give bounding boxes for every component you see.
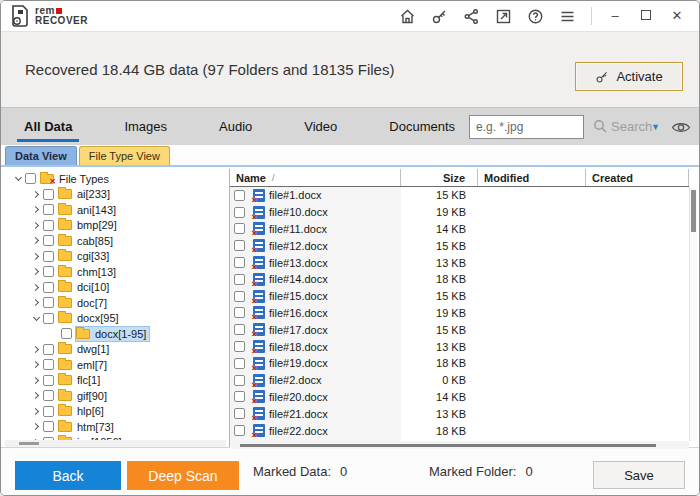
- home-icon[interactable]: [399, 8, 416, 25]
- chevron-icon[interactable]: [29, 267, 43, 277]
- file-checkbox[interactable]: [234, 375, 245, 386]
- tree-item-checkbox[interactable]: [43, 235, 54, 246]
- file-checkbox[interactable]: [234, 190, 245, 201]
- chevron-icon[interactable]: [29, 406, 43, 416]
- file-row[interactable]: file#18.docx 13 KB: [230, 338, 689, 355]
- search-button[interactable]: Search: [593, 108, 652, 145]
- file-row[interactable]: file#14.docx 18 KB: [230, 271, 689, 288]
- file-row[interactable]: file#19.docx 18 KB: [230, 355, 689, 372]
- file-checkbox[interactable]: [234, 291, 245, 302]
- tree-item[interactable]: ✕ cgi[33]: [3, 249, 229, 265]
- chevron-icon[interactable]: [11, 174, 25, 184]
- file-checkbox[interactable]: [234, 324, 245, 335]
- chevron-icon[interactable]: [29, 422, 43, 432]
- file-checkbox[interactable]: [234, 223, 245, 234]
- file-row[interactable]: file#21.docx 13 KB: [230, 405, 689, 422]
- table-vscroll-thumb[interactable]: [691, 190, 696, 232]
- chevron-icon[interactable]: [29, 344, 43, 354]
- chevron-icon[interactable]: [29, 205, 43, 215]
- chevron-icon[interactable]: [29, 360, 43, 370]
- tree-item-checkbox[interactable]: [43, 189, 54, 200]
- tree-item-checkbox[interactable]: [25, 173, 36, 184]
- chevron-icon[interactable]: [29, 189, 43, 199]
- file-checkbox[interactable]: [234, 307, 245, 318]
- column-header[interactable]: Modified: [478, 169, 586, 186]
- tree-item-checkbox[interactable]: [43, 375, 54, 386]
- file-row[interactable]: file#13.docx 13 KB: [230, 254, 689, 271]
- maximize-button[interactable]: [638, 8, 654, 24]
- chevron-icon[interactable]: [29, 220, 43, 230]
- tree-item[interactable]: ✕ bmp[29]: [3, 218, 229, 234]
- tree-item-checkbox[interactable]: [43, 266, 54, 277]
- file-row[interactable]: file#15.docx 15 KB: [230, 288, 689, 305]
- tree-item-checkbox[interactable]: [43, 220, 54, 231]
- tree-item-checkbox[interactable]: [43, 313, 54, 324]
- table-vertical-scrollbar[interactable]: [689, 187, 697, 441]
- column-header[interactable]: Size: [401, 169, 478, 186]
- minimize-button[interactable]: –: [607, 8, 623, 24]
- file-checkbox[interactable]: [234, 391, 245, 402]
- file-row[interactable]: file#12.docx 15 KB: [230, 237, 689, 254]
- open-external-icon[interactable]: [495, 8, 512, 25]
- tree-item-checkbox[interactable]: [43, 344, 54, 355]
- search-options-dropdown-icon[interactable]: ▼: [651, 122, 660, 132]
- file-row[interactable]: file#22.docx 18 KB: [230, 422, 689, 439]
- activate-button[interactable]: Activate: [575, 62, 683, 91]
- tree-item-checkbox[interactable]: [43, 251, 54, 262]
- file-checkbox[interactable]: [234, 274, 245, 285]
- tree-item-checkbox[interactable]: [43, 359, 54, 370]
- tree-item[interactable]: ✕ cab[85]: [3, 233, 229, 249]
- chevron-icon[interactable]: [29, 282, 43, 292]
- column-header[interactable]: Created: [586, 169, 689, 186]
- file-row[interactable]: file#2.docx 0 KB: [230, 372, 689, 389]
- preview-eye-icon[interactable]: [671, 120, 691, 138]
- category-tab[interactable]: Audio: [216, 108, 255, 145]
- file-row[interactable]: file#1.docx 15 KB: [230, 187, 689, 204]
- category-tab[interactable]: All Data: [21, 108, 75, 145]
- tree-item[interactable]: ✕ gif[90]: [3, 388, 229, 404]
- tree-item[interactable]: ✕ chm[13]: [3, 264, 229, 280]
- file-row[interactable]: file#17.docx 15 KB: [230, 321, 689, 338]
- tree-item-checkbox[interactable]: [61, 328, 72, 339]
- tree-item[interactable]: ✕ htm[73]: [3, 419, 229, 435]
- key-icon[interactable]: [431, 8, 448, 25]
- chevron-icon[interactable]: [29, 313, 43, 323]
- tree-item-checkbox[interactable]: [43, 390, 54, 401]
- tab-file-type-view[interactable]: File Type View: [79, 146, 170, 165]
- back-button[interactable]: Back: [15, 461, 121, 490]
- file-checkbox[interactable]: [234, 358, 245, 369]
- chevron-icon[interactable]: [47, 329, 61, 339]
- menu-icon[interactable]: [559, 8, 576, 25]
- help-icon[interactable]: [527, 8, 544, 25]
- share-icon[interactable]: [463, 8, 480, 25]
- category-tab[interactable]: Documents: [386, 108, 458, 145]
- tree-item[interactable]: ✕ docx[95]: [3, 311, 229, 327]
- file-row[interactable]: file#11.docx 14 KB: [230, 221, 689, 238]
- search-input[interactable]: [470, 116, 583, 138]
- category-tab[interactable]: Video: [301, 108, 340, 145]
- chevron-icon[interactable]: [29, 251, 43, 261]
- file-checkbox[interactable]: [234, 257, 245, 268]
- tree-item[interactable]: ✕ doc[7]: [3, 295, 229, 311]
- file-checkbox[interactable]: [234, 341, 245, 352]
- table-hscroll-thumb[interactable]: [240, 444, 656, 447]
- chevron-icon[interactable]: [29, 375, 43, 385]
- tree-item-checkbox[interactable]: [43, 282, 54, 293]
- deep-scan-button[interactable]: Deep Scan: [127, 461, 239, 490]
- file-row[interactable]: file#16.docx 19 KB: [230, 305, 689, 322]
- category-tab[interactable]: Images: [121, 108, 170, 145]
- file-checkbox[interactable]: [234, 425, 245, 436]
- file-row[interactable]: file#20.docx 14 KB: [230, 389, 689, 406]
- file-checkbox[interactable]: [234, 240, 245, 251]
- chevron-icon[interactable]: [29, 391, 43, 401]
- tree-item[interactable]: ✕ flc[1]: [3, 373, 229, 389]
- tree-item[interactable]: ✕ ai[233]: [3, 187, 229, 203]
- tree-item[interactable]: ✕ docx[1-95]: [3, 326, 229, 342]
- tree-hscroll-thumb[interactable]: [19, 442, 39, 445]
- save-button[interactable]: Save: [593, 461, 685, 489]
- table-horizontal-scrollbar[interactable]: [230, 441, 689, 449]
- file-checkbox[interactable]: [234, 207, 245, 218]
- tree-item-checkbox[interactable]: [43, 297, 54, 308]
- file-row[interactable]: file#10.docx 19 KB: [230, 204, 689, 221]
- tree-item[interactable]: ✕ ani[143]: [3, 202, 229, 218]
